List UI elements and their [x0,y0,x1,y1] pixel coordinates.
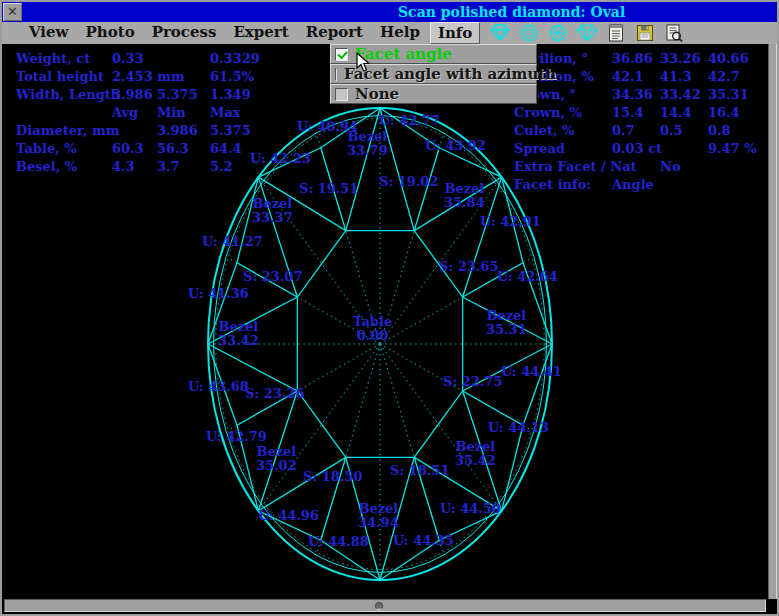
titlebar: ✕ Scan polished diamond: Oval [2,2,777,22]
app-window: ✕ Scan polished diamond: Oval ViewPhotoP… [0,0,779,616]
mouse-cursor [356,52,372,74]
menu-help[interactable]: Help [373,22,427,44]
data-value: 64.4 [210,140,242,158]
horizontal-scrollbar[interactable] [4,599,766,612]
facet-label: S: 22.75 [443,375,502,389]
checkbox-icon [335,68,337,81]
info-menu-item-label: Facet angle with azimuth [344,65,556,83]
data-row: Facet info:Angle [514,176,768,194]
data-row: Width, Length3.9865.3751.349 [16,86,316,104]
data-row: Besel, %4.33.75.2 [16,158,316,176]
data-value: Avg [112,104,138,122]
facet-label: Bezel 35.42 [455,440,496,468]
scrollbar-knob[interactable] [375,602,383,610]
data-value: 4.3 [112,158,135,176]
facet-label: U: 42.64 [497,270,558,284]
data-value: 33.26 [660,50,701,68]
diamond-top-icon[interactable] [574,23,600,43]
facet-label: U: 44.35 [393,534,454,548]
data-value: 2.453 mm [112,68,185,86]
print-preview-icon[interactable] [661,23,687,43]
data-row: Table, %60.356.364.4 [16,140,316,158]
data-value: 42.1 [612,68,644,86]
data-label: Total height [16,68,104,86]
data-value: 33.42 [660,86,701,104]
menu-expert[interactable]: Expert [226,22,295,44]
data-row: Extra Facet / NatNo [514,158,768,176]
data-value: 5.375 [210,122,251,140]
data-value: 3.986 [112,86,153,104]
data-value: 56.3 [157,140,189,158]
vertical-scrollbar[interactable] [768,44,777,599]
data-value: 40.66 [708,50,749,68]
facet-label: S: 19.51 [299,182,358,196]
checkbox-checked-icon [335,48,348,61]
data-value: 0.33 [112,50,144,68]
info-menu-item-label: None [355,85,399,103]
data-row: AvgMinMax [16,104,316,122]
facet-label: U: 41.27 [202,235,263,249]
facet-label: Bezel 35.02 [256,445,297,473]
data-label: Spread [514,140,565,158]
facet-label: U: 43.68 [188,380,249,394]
report-icon[interactable] [603,23,629,43]
facet-label: Bezel 33.37 [252,197,293,225]
facet-label: U: 43.92 [425,139,486,153]
data-value: 1.349 [210,86,251,104]
facet-label: U: 42.77 [379,114,440,128]
info-menu-item-2[interactable]: None [330,84,537,104]
facet-label: Bezel 35.31 [486,309,527,337]
data-label: Extra Facet / Nat [514,158,637,176]
data-row: Culet, %0.70.50.8 [514,122,768,140]
menu-view[interactable]: View [22,22,76,44]
data-label: Table, % [16,140,77,158]
checkbox-icon [335,88,348,101]
data-value: 5.375 [157,86,198,104]
diamond-pavilion-icon[interactable] [545,23,571,43]
data-value: 35.31 [708,86,749,104]
diamond-side-icon[interactable] [487,23,513,43]
menu-info[interactable]: Info [430,22,480,44]
facet-label: U: 44.41 [501,365,562,379]
data-value: 5.2 [210,158,233,176]
close-button[interactable]: ✕ [3,3,22,21]
facet-label: U: 41.36 [188,287,249,301]
left-data-panel: Weight, ct0.330.3329Total height2.453 mm… [16,50,316,176]
data-label: Crown, % [514,104,582,122]
facet-label: S: 18.50 [303,470,362,484]
data-row: Total height2.453 mm61.5% [16,68,316,86]
data-label: Besel, % [16,158,77,176]
facet-label: Bezel 33.42 [218,320,259,348]
data-value: Max [210,104,241,122]
facet-label: S: 18.51 [390,464,449,478]
data-label: Width, Length [16,86,120,104]
data-value: 15.4 [612,104,644,122]
facet-label: Bezel 34.94 [358,502,399,530]
data-value: 0.3329 [210,50,260,68]
facet-label: U: 44.13 [488,421,549,435]
menu-process[interactable]: Process [145,22,224,44]
diamond-ring-icon[interactable] [516,23,542,43]
data-value: 36.86 [612,50,653,68]
client-area: U: 40.94U: 42.77Bezel 33.79U: 43.92U: 42… [2,44,768,599]
facet-label: U: 42.79 [206,430,267,444]
data-row: Crown, °34.3633.4235.31 [514,86,768,104]
data-value: Min [157,104,186,122]
data-row: Weight, ct0.330.3329 [16,50,316,68]
menubar: ViewPhotoProcessExpertReportHelpInfo [2,22,777,44]
data-value: 0.8 [708,122,731,140]
window-title: Scan polished diamond: Oval [398,4,625,20]
facet-label: U: 42.91 [480,215,541,229]
data-label: Weight, ct [16,50,90,68]
data-value: No [660,158,681,176]
data-row: Spread0.03 ct9.47 % [514,140,768,158]
menu-photo[interactable]: Photo [79,22,142,44]
data-value: 61.5% [210,68,254,86]
save-icon[interactable] [632,23,658,43]
menu-report[interactable]: Report [299,22,370,44]
data-label: Culet, % [514,122,574,140]
facet-label: Table 0.00 [353,315,392,343]
facet-label: U: 44.96 [258,509,319,523]
data-value: 3.7 [157,158,180,176]
data-value: 16.4 [708,104,740,122]
